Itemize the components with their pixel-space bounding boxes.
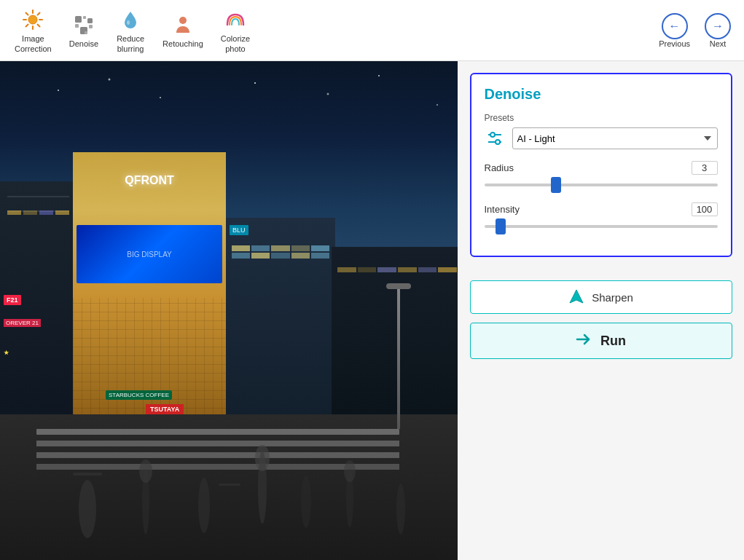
toolbar-item-retouching[interactable]: Retouching [155,9,211,52]
svg-point-23 [378,75,380,76]
tsutaya-sign: TSUTAYA [146,404,184,414]
run-icon [576,331,593,352]
radius-slider[interactable] [485,184,718,186]
svg-point-16 [127,20,130,25]
svg-point-17 [179,17,187,24]
intensity-label-row: Intensity 100 [485,202,718,216]
next-button[interactable]: → Next [699,10,737,51]
next-icon: → [705,13,731,39]
person-icon [170,12,196,38]
svg-rect-35 [73,473,102,476]
qfront-sign: QFRONT [80,174,219,187]
right-panel: Denoise Presets AI - Light AI - Strong C… [458,61,744,560]
sign-f21: OREVER 21 [4,319,41,327]
sun-icon [20,7,46,33]
svg-point-38 [490,133,495,137]
sharpen-label: Sharpen [592,291,633,304]
rainbow-icon [222,7,248,33]
svg-point-33 [301,476,311,528]
city-scene: QFRONT BIG DISPLAY BLU [0,61,458,560]
svg-rect-10 [83,16,86,19]
building-main: QFRONT BIG DISPLAY [73,152,226,443]
radius-slider-container [485,178,718,192]
toolbar: Image Correction Denoise Reduce blurring [0,0,744,61]
svg-point-0 [28,15,37,24]
toolbar-item-label-denoise: Denoise [69,39,98,49]
street [0,414,458,560]
image-panel: QFRONT BIG DISPLAY BLU [0,61,458,560]
intensity-slider[interactable] [485,225,718,228]
svg-rect-11 [87,18,93,23]
toolbar-item-label-colorize-photo: Colorize photo [221,34,250,53]
sign-blu: BLU [230,225,248,235]
preset-sliders-icon [485,128,505,149]
preset-row: AI - Light AI - Strong Custom [485,127,718,149]
preset-select[interactable]: AI - Light AI - Strong Custom [512,127,718,149]
building-left [0,181,77,429]
svg-rect-15 [85,31,87,34]
svg-point-19 [109,79,111,81]
denoise-title: Denoise [485,86,718,103]
previous-label: Previous [659,39,690,48]
radius-label-row: Radius 3 [485,161,718,175]
svg-point-32 [198,478,210,533]
toolbar-item-label-reduce-blurring: Reduce blurring [117,34,144,53]
starbucks-sign: STARBUCKS COFFEE [106,390,172,400]
svg-line-6 [38,25,40,27]
svg-line-7 [38,13,40,15]
intensity-label: Intensity [485,204,520,215]
svg-point-31 [79,480,96,538]
svg-point-28 [139,460,152,483]
svg-point-34 [396,484,405,535]
sign-yellow: ★ [4,350,9,356]
toolbar-item-colorize-photo[interactable]: Colorize photo [214,4,257,56]
sharpen-button[interactable]: Sharpen [470,280,732,314]
building-right: BLU [226,218,335,443]
next-label: Next [710,39,727,48]
svg-point-18 [58,90,59,91]
run-button[interactable]: Run [470,323,732,359]
toolbar-item-label-image-correction: Image Correction [15,34,52,53]
svg-rect-9 [75,16,82,23]
pole [397,283,400,429]
svg-point-40 [496,140,500,144]
radius-value: 3 [692,161,718,175]
svg-line-5 [26,13,28,15]
denoise-panel: Denoise Presets AI - Light AI - Strong C… [470,73,732,257]
toolbar-item-denoise[interactable]: Denoise [62,9,106,52]
previous-icon: ← [662,13,688,39]
toolbar-item-reduce-blurring[interactable]: Reduce blurring [109,4,152,56]
svg-line-8 [26,25,28,27]
intensity-value: 100 [692,202,718,216]
svg-point-24 [436,104,438,106]
svg-rect-14 [89,25,93,28]
main-content: QFRONT BIG DISPLAY BLU [0,61,744,560]
previous-button[interactable]: ← Previous [653,10,696,51]
svg-rect-36 [219,484,240,486]
sharpen-icon [568,288,584,307]
intensity-slider-container [485,219,718,234]
toolbar-item-label-retouching: Retouching [162,39,203,49]
run-label: Run [600,334,626,349]
svg-rect-12 [75,24,79,28]
denoise-icon [71,12,97,38]
svg-point-22 [327,93,329,95]
people-silhouettes [0,414,458,560]
svg-point-30 [344,460,356,482]
presets-label: Presets [485,113,718,123]
svg-point-26 [255,445,270,471]
svg-point-20 [160,97,161,98]
svg-point-21 [254,82,256,84]
svg-marker-41 [570,290,583,303]
sign-red: F21 [4,295,21,305]
toolbar-item-image-correction[interactable]: Image Correction [7,4,59,56]
radius-label: Radius [485,162,514,173]
led-screen: BIG DISPLAY [77,225,222,283]
nav-group: ← Previous → Next [653,10,737,51]
droplet-icon [117,7,144,33]
